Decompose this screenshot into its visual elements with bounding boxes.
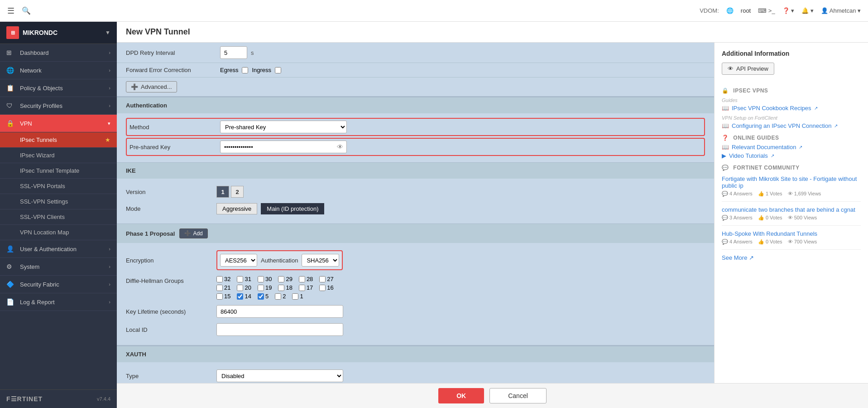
cli-btn[interactable]: ⌨ >_ (758, 7, 775, 14)
psk-input[interactable] (220, 141, 347, 153)
video-tutorials-link[interactable]: ▶ Video Tutorials ↗ (722, 152, 861, 159)
dh-check-14[interactable] (237, 293, 243, 300)
sidebar-subitem-ssl-clients[interactable]: SSL-VPN Clients (0, 209, 117, 225)
phase1-add-btn[interactable]: ➕ Add (179, 228, 207, 238)
local-id-input[interactable] (216, 323, 343, 336)
vdom-value[interactable]: root (741, 7, 751, 14)
local-id-control (216, 323, 705, 336)
votes-2: 👍 0 Votes (758, 215, 782, 221)
dh-check-1[interactable] (292, 293, 298, 300)
dh-check-32[interactable] (216, 276, 223, 282)
dh-check-20[interactable] (237, 285, 243, 291)
sidebar-brand[interactable]: ⊞ MIKRONDC ▼ (0, 22, 117, 44)
sidebar-item-log-report[interactable]: 📄 Log & Report › (0, 293, 117, 311)
brand-icon: ⊞ (6, 26, 19, 39)
dh-check-29[interactable] (278, 276, 284, 282)
ok-button[interactable]: OK (438, 388, 484, 403)
forticlient-link[interactable]: 📖 Configuring an IPsec VPN Connection ↗ (722, 122, 861, 129)
relevant-doc-link[interactable]: 📖 Relevant Documentation ↗ (722, 144, 861, 151)
book-icon: 📖 (722, 105, 729, 112)
psk-label: Pre-shared Key (129, 144, 220, 151)
method-row: Method Pre-shared Key Signature Both (126, 118, 705, 136)
right-panel-title: Additional Information (722, 50, 861, 57)
xauth-type-row: Type Disabled PAP CHAP Auto (126, 367, 705, 383)
book-icon-2: 📖 (722, 122, 729, 129)
mode-aggressive-btn[interactable]: Aggressive (216, 203, 257, 214)
xauth-type-select[interactable]: Disabled PAP CHAP Auto (216, 369, 343, 382)
method-select[interactable]: Pre-shared Key Signature Both (220, 121, 347, 133)
advanced-button[interactable]: ➕ Advanced... (126, 81, 177, 92)
sidebar-subitem-ipsec-tunnels[interactable]: IPsec Tunnels ★ (0, 132, 117, 148)
hamburger-icon[interactable]: ☰ (7, 6, 14, 16)
dh-check-30[interactable] (258, 276, 264, 282)
dpd-interval-input[interactable] (220, 46, 247, 59)
dashboard-icon: ⊞ (6, 49, 15, 56)
cancel-button[interactable]: Cancel (489, 388, 547, 403)
enc-select[interactable]: AES256 AES128 AES192 3DES DES (220, 254, 257, 267)
dh-check-16[interactable] (319, 285, 326, 291)
xauth-type-label: Type (126, 373, 216, 379)
sidebar-item-vpn[interactable]: 🔒 VPN ▾ (0, 115, 117, 132)
sidebar-item-security-profiles[interactable]: 🛡 Security Profiles › (0, 97, 117, 115)
ext-icon-doc: ↗ (799, 145, 802, 150)
eye-icon[interactable]: 👁 (337, 143, 343, 151)
community-link-3[interactable]: Hub-Spoke With Redundant Tunnels (722, 230, 861, 237)
ike-version-2-btn[interactable]: 2 (231, 186, 244, 198)
see-more-link[interactable]: See More ↗ (722, 254, 861, 261)
sidebar-item-security-fabric[interactable]: 🔷 Security Fabric › (0, 276, 117, 293)
sidebar-subitem-ipsec-wizard[interactable]: IPsec Wizard (0, 148, 117, 163)
phase1-section-body: Encryption AES256 AES128 AES192 3DES DES… (117, 243, 714, 345)
dh-check-28[interactable] (299, 276, 305, 282)
key-lifetime-input[interactable]: 86400 (216, 305, 343, 318)
dh-item-27: 27 (319, 276, 333, 282)
content-split: DPD Retry Interval s Forward Error Corre… (117, 43, 868, 383)
user-btn[interactable]: 👤 Ahmetcan ▾ (821, 7, 861, 14)
dh-check-17[interactable] (299, 285, 305, 291)
dh-check-19[interactable] (258, 285, 264, 291)
ingress-checkbox[interactable] (275, 67, 281, 73)
sidebar-label-vpn: VPN (20, 120, 108, 127)
sidebar-label-security-profiles: Security Profiles (20, 102, 109, 109)
community-link-1[interactable]: Fortigate with Mikrotik Site to site - F… (722, 175, 861, 189)
bottom-bar: OK Cancel (117, 383, 868, 408)
dh-item-14: 14 (237, 293, 251, 300)
search-icon[interactable]: 🔍 (22, 6, 31, 15)
dh-check-27[interactable] (319, 276, 326, 282)
ipsec-tunnels-label: IPsec Tunnels (20, 136, 57, 143)
sidebar-item-user-auth[interactable]: 👤 User & Authentication › (0, 240, 117, 258)
mode-main-btn[interactable]: Main (ID protection) (261, 203, 324, 214)
question-icon: ❓ (722, 135, 729, 141)
api-preview-button[interactable]: 👁 API Preview (722, 63, 774, 75)
community-link-2[interactable]: communicate two branches that are behind… (722, 206, 861, 213)
dpd-unit: s (251, 49, 254, 56)
sidebar: ⊞ MIKRONDC ▼ ⊞ Dashboard › 🌐 Network › 📋… (0, 22, 117, 408)
cookbook-link[interactable]: 📖 IPsec VPN Cookbook Recipes ↗ (722, 105, 861, 112)
ext-icon-forticlient: ↗ (834, 123, 838, 128)
egress-checkbox[interactable] (242, 67, 248, 73)
key-lifetime-control: 86400 (216, 305, 705, 318)
dh-check-21[interactable] (216, 285, 223, 291)
help-btn[interactable]: ❓ ▾ (782, 7, 795, 14)
sidebar-item-dashboard[interactable]: ⊞ Dashboard › (0, 44, 117, 62)
auth-section: Authentication Method Pre-shared Key Sig… (117, 97, 714, 162)
sidebar-item-network[interactable]: 🌐 Network › (0, 62, 117, 79)
auth-select[interactable]: SHA256 SHA1 MD5 SHA384 SHA512 (302, 254, 339, 267)
sidebar-item-system[interactable]: ⚙ System › (0, 258, 117, 276)
sidebar-subitem-ssl-portals[interactable]: SSL-VPN Portals (0, 179, 117, 194)
sidebar-item-policy[interactable]: 📋 Policy & Objects › (0, 79, 117, 97)
sidebar-subitem-ipsec-template[interactable]: IPsec Tunnel Template (0, 163, 117, 179)
dh-check-31[interactable] (237, 276, 243, 282)
dh-check-18[interactable] (278, 285, 284, 291)
dh-check-15[interactable] (216, 293, 223, 300)
doc-icon: 📖 (722, 144, 729, 151)
community-meta-1: 💬 4 Answers 👍 1 Votes 👁 1,699 Views (722, 191, 861, 197)
dh-check-2[interactable] (275, 293, 281, 300)
ext-icon-cookbook: ↗ (814, 106, 818, 111)
bell-btn[interactable]: 🔔 ▾ (801, 7, 814, 14)
ike-version-1-btn[interactable]: 1 (216, 186, 229, 198)
version-control: 1 2 (216, 186, 705, 198)
sidebar-subitem-ssl-settings[interactable]: SSL-VPN Settings (0, 194, 117, 209)
dh-check-5[interactable] (258, 293, 264, 300)
sidebar-subitem-vpn-location[interactable]: VPN Location Map (0, 225, 117, 240)
dh-item-19: 19 (258, 284, 272, 291)
